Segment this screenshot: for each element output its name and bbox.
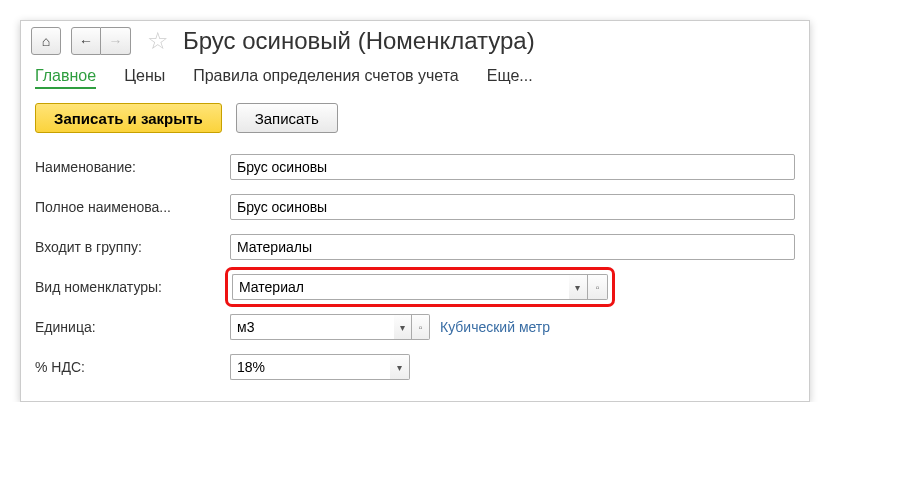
tab-rules[interactable]: Правила определения счетов учета bbox=[193, 67, 459, 89]
unit-open-button[interactable]: ▫ bbox=[412, 314, 430, 340]
save-button[interactable]: Записать bbox=[236, 103, 338, 133]
vat-combo: ▾ bbox=[230, 354, 410, 380]
tab-prices[interactable]: Цены bbox=[124, 67, 165, 89]
kind-combo: ▾ ▫ bbox=[232, 274, 608, 300]
kind-input[interactable] bbox=[232, 274, 569, 300]
name-input[interactable] bbox=[230, 154, 795, 180]
label-group: Входит в группу: bbox=[35, 239, 230, 255]
kind-highlight: ▾ ▫ bbox=[230, 272, 610, 302]
chevron-down-icon: ▾ bbox=[397, 362, 402, 373]
toolbar: Записать и закрыть Записать bbox=[21, 99, 809, 147]
row-unit: Единица: ▾ ▫ Кубический метр bbox=[35, 307, 795, 347]
tab-bar: Главное Цены Правила определения счетов … bbox=[21, 61, 809, 99]
label-vat: % НДС: bbox=[35, 359, 230, 375]
form: Наименование: Полное наименова... Входит… bbox=[21, 147, 809, 401]
star-icon[interactable]: ☆ bbox=[147, 27, 169, 55]
window-header: ⌂ ← → ☆ Брус осиновый (Номенклатура) bbox=[21, 21, 809, 61]
nomenclature-window: ⌂ ← → ☆ Брус осиновый (Номенклатура) Гла… bbox=[20, 20, 810, 402]
save-close-button[interactable]: Записать и закрыть bbox=[35, 103, 222, 133]
row-kind: Вид номенклатуры: ▾ ▫ bbox=[35, 267, 795, 307]
row-fullname: Полное наименова... bbox=[35, 187, 795, 227]
chevron-down-icon: ▾ bbox=[400, 322, 405, 333]
tab-more[interactable]: Еще... bbox=[487, 67, 533, 89]
label-fullname: Полное наименова... bbox=[35, 199, 230, 215]
label-unit: Единица: bbox=[35, 319, 230, 335]
label-kind: Вид номенклатуры: bbox=[35, 279, 230, 295]
forward-icon: → bbox=[109, 33, 123, 49]
home-button[interactable]: ⌂ bbox=[31, 27, 61, 55]
open-icon: ▫ bbox=[596, 282, 600, 293]
fullname-input[interactable] bbox=[230, 194, 795, 220]
unit-combo: ▾ ▫ bbox=[230, 314, 430, 340]
vat-input[interactable] bbox=[230, 354, 390, 380]
tab-main[interactable]: Главное bbox=[35, 67, 96, 89]
label-name: Наименование: bbox=[35, 159, 230, 175]
unit-full-link[interactable]: Кубический метр bbox=[440, 319, 550, 335]
row-vat: % НДС: ▾ bbox=[35, 347, 795, 387]
row-group: Входит в группу: bbox=[35, 227, 795, 267]
vat-dropdown-button[interactable]: ▾ bbox=[390, 354, 410, 380]
home-icon: ⌂ bbox=[42, 33, 50, 49]
back-button[interactable]: ← bbox=[71, 27, 101, 55]
unit-dropdown-button[interactable]: ▾ bbox=[394, 314, 412, 340]
forward-button[interactable]: → bbox=[101, 27, 131, 55]
row-name: Наименование: bbox=[35, 147, 795, 187]
group-input[interactable] bbox=[230, 234, 795, 260]
chevron-down-icon: ▾ bbox=[575, 282, 580, 293]
kind-dropdown-button[interactable]: ▾ bbox=[569, 274, 589, 300]
kind-open-button[interactable]: ▫ bbox=[588, 274, 608, 300]
unit-input[interactable] bbox=[230, 314, 394, 340]
back-icon: ← bbox=[79, 33, 93, 49]
page-title: Брус осиновый (Номенклатура) bbox=[183, 27, 535, 55]
nav-group: ← → bbox=[71, 27, 131, 55]
open-icon: ▫ bbox=[419, 322, 423, 333]
